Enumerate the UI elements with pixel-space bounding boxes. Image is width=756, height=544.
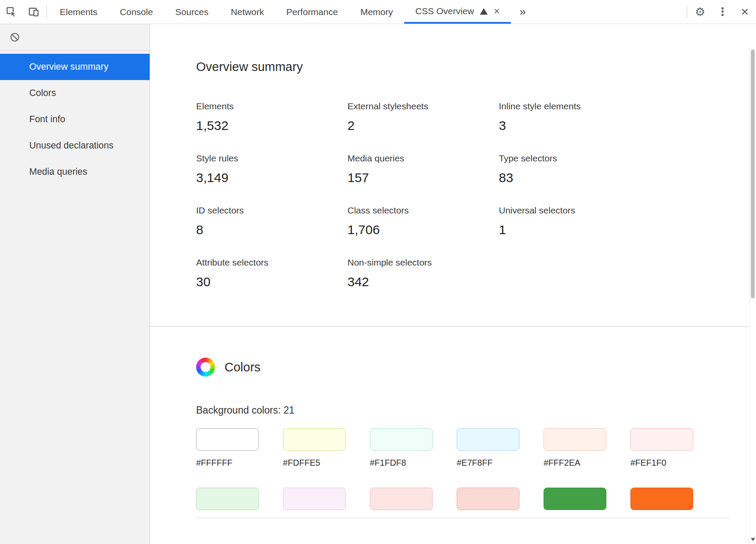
colors-section: Colors Background colors: 21 #FFFFFF #FD… <box>150 327 756 518</box>
stat-label: Media queries <box>347 153 499 164</box>
stat-value: 3 <box>499 118 650 133</box>
tabbar-right-controls: ⚙ ⋮ ✕ <box>685 0 756 24</box>
stat-label: Non-simple selectors <box>347 257 499 268</box>
color-swatch-fdffe5[interactable] <box>283 428 346 451</box>
bg-color-item: #E7F8FF <box>457 428 519 468</box>
color-swatch-light-green[interactable] <box>196 488 259 510</box>
bg-color-item <box>283 488 346 510</box>
bg-color-item <box>630 488 693 510</box>
tab-css-overview[interactable]: CSS Overview × <box>404 0 511 24</box>
bg-color-item: #FDFFE5 <box>283 428 346 468</box>
bg-color-item: #FFFFFF <box>196 428 259 468</box>
color-hex-label: #F1FDF8 <box>370 457 433 468</box>
toolbar-divider <box>46 5 47 19</box>
stat-elements: Elements 1,532 <box>196 101 347 133</box>
summary-stats-grid: Elements 1,532 External stylesheets 2 In… <box>196 101 730 290</box>
stat-value: 342 <box>347 274 499 290</box>
sidebar-toolbar <box>0 24 150 51</box>
sidebar-item-overview-summary[interactable]: Overview summary <box>0 54 150 80</box>
stat-label: Type selectors <box>499 153 650 164</box>
color-swatch-fef1f0[interactable] <box>630 428 693 451</box>
section-separator <box>196 518 730 518</box>
stat-label: Inline style elements <box>499 101 650 112</box>
devtools-tabbar: Elements Console Sources Network Perform… <box>0 0 756 24</box>
stat-universal-selectors: Universal selectors 1 <box>499 205 650 238</box>
stat-value: 3,149 <box>196 170 347 185</box>
color-swatch-salmon[interactable] <box>457 488 519 510</box>
tab-css-overview-label: CSS Overview <box>415 6 474 16</box>
sidebar-item-unused-declarations[interactable]: Unused declarations <box>0 133 150 159</box>
stat-external-stylesheets: External stylesheets 2 <box>347 101 499 133</box>
css-overview-content: Overview summary Elements 1,532 External… <box>150 24 756 544</box>
color-swatch-e7f8ff[interactable] <box>457 428 519 451</box>
stat-non-simple-selectors: Non-simple selectors 342 <box>347 257 499 290</box>
kebab-menu-icon[interactable]: ⋮ <box>711 0 734 24</box>
background-colors-row-2 <box>196 488 730 510</box>
bg-color-item <box>370 488 433 510</box>
stat-media-queries: Media queries 157 <box>347 153 499 185</box>
tab-elements[interactable]: Elements <box>49 0 109 24</box>
color-swatch-fff2ea[interactable] <box>544 428 606 451</box>
stat-value: 8 <box>196 222 347 238</box>
tab-sources[interactable]: Sources <box>164 0 220 24</box>
color-hex-label: #FEF1F0 <box>630 457 693 468</box>
stat-label: External stylesheets <box>347 101 499 112</box>
toolbar-divider <box>687 5 687 19</box>
color-swatch-green[interactable] <box>544 488 606 510</box>
color-swatch-light-pink[interactable] <box>370 488 433 510</box>
section-title-overview-summary: Overview summary <box>196 59 730 74</box>
background-colors-count-label: Background colors: 21 <box>196 404 730 416</box>
section-title-colors: Colors <box>224 360 261 374</box>
bg-color-item <box>457 488 519 510</box>
color-swatch-light-lavender[interactable] <box>283 488 346 510</box>
color-swatch-orange[interactable] <box>630 488 693 510</box>
close-devtools-icon[interactable]: ✕ <box>734 0 756 24</box>
tab-performance[interactable]: Performance <box>275 0 349 24</box>
vertical-scrollbar[interactable] <box>749 48 756 544</box>
color-hex-label: #FDFFE5 <box>283 457 346 468</box>
color-hex-label: #FFFFFF <box>196 457 259 468</box>
stat-label: Elements <box>196 101 347 112</box>
colors-section-header: Colors <box>196 358 730 377</box>
stat-value: 83 <box>499 170 650 185</box>
experiment-warning-icon <box>480 8 488 15</box>
scrollbar-down-arrow-icon[interactable] <box>751 538 755 541</box>
stat-value: 1 <box>499 222 650 238</box>
bg-color-item: #FEF1F0 <box>630 428 693 468</box>
stat-inline-style-elements: Inline style elements 3 <box>499 101 650 133</box>
tab-memory[interactable]: Memory <box>349 0 404 24</box>
stat-value: 2 <box>347 118 499 133</box>
inspect-element-icon[interactable] <box>0 0 22 24</box>
more-tabs-chevron-icon[interactable]: » <box>511 0 534 24</box>
sidebar-item-font-info[interactable]: Font info <box>0 106 150 133</box>
color-swatch-f1fdf8[interactable] <box>370 428 433 451</box>
stat-value: 30 <box>196 274 347 290</box>
color-hex-label: #FFF2EA <box>544 457 606 468</box>
tab-network[interactable]: Network <box>220 0 275 24</box>
background-colors-row-1: #FFFFFF #FDFFE5 #F1FDF8 #E7F8FF <box>196 428 730 468</box>
sidebar-item-colors[interactable]: Colors <box>0 80 150 106</box>
tab-close-icon[interactable]: × <box>494 6 500 16</box>
settings-gear-icon[interactable]: ⚙ <box>689 0 711 24</box>
bg-color-item <box>196 488 259 510</box>
bg-color-item <box>544 488 606 510</box>
stat-label: Universal selectors <box>499 205 650 216</box>
color-swatch-ffffff[interactable] <box>196 428 259 451</box>
css-overview-sidebar: Overview summary Colors Font info Unused… <box>0 24 150 544</box>
stat-id-selectors: ID selectors 8 <box>196 205 347 238</box>
device-toolbar-icon[interactable] <box>22 0 45 24</box>
overview-summary-section: Overview summary Elements 1,532 External… <box>150 24 756 326</box>
stat-label: Attribute selectors <box>196 257 347 268</box>
devtools-window: Elements Console Sources Network Perform… <box>0 0 756 544</box>
color-wheel-icon <box>196 358 215 377</box>
scrollbar-thumb[interactable] <box>751 49 755 298</box>
stat-value: 157 <box>347 170 499 185</box>
stat-label: Style rules <box>196 153 347 164</box>
tab-console[interactable]: Console <box>109 0 164 24</box>
stat-class-selectors: Class selectors 1,706 <box>347 205 499 238</box>
sidebar-item-media-queries[interactable]: Media queries <box>0 159 150 185</box>
panel-tabs: Elements Console Sources Network Perform… <box>49 0 535 24</box>
clear-overview-icon[interactable] <box>9 32 20 43</box>
color-hex-label: #E7F8FF <box>457 457 519 468</box>
stat-value: 1,532 <box>196 118 347 133</box>
